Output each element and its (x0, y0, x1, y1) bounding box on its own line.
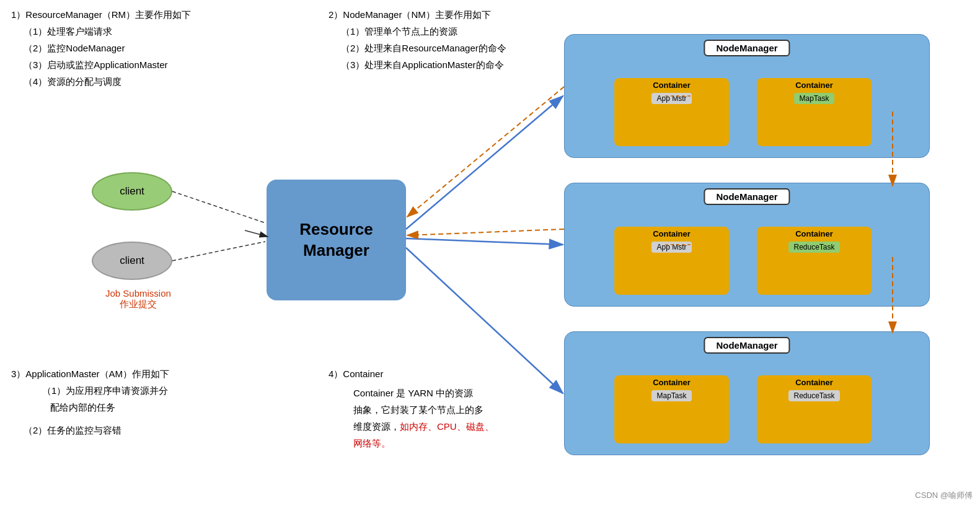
section2-title: 2）NodeManager（NM）主要作用如下 (329, 6, 595, 23)
client2-ellipse: client (92, 242, 172, 280)
section1-block: 1）ResourceManager（RM）主要作用如下 （1）处理客户端请求 （… (11, 6, 278, 90)
nm2-to-rm-orange (407, 229, 564, 235)
section1-item1: （1）处理客户端请求 (11, 23, 278, 40)
diagram-container: 1）ResourceManager（RM）主要作用如下 （1）处理客户端请求 （… (0, 0, 980, 506)
section1-item4: （4）资源的分配与调度 (11, 73, 278, 90)
nm1-to-rm-orange (407, 87, 564, 217)
section1-item2: （2）监控NodeManager (11, 40, 278, 56)
nm3-c2-inner: ReduceTask (788, 390, 839, 401)
nm3-c2-label: Container (795, 378, 833, 387)
rm-box: ResourceManager (267, 180, 406, 300)
section2-item2: （2）处理来自ResourceManager的命令 (329, 40, 595, 56)
nm3-container1: Container MapTask (614, 375, 729, 443)
rm-to-nm2-line (406, 238, 563, 245)
nm2-container2: Container ReduceTask (757, 227, 872, 295)
section1-item3: （3）启动或监控ApplicationMaster (11, 56, 278, 73)
nm1-container1: Container App Mstr (614, 78, 729, 146)
nm2-c1-label: Container (653, 229, 691, 238)
section2-item1: （1）管理单个节点上的资源 (329, 23, 595, 40)
nm3-container2: Container ReduceTask (757, 375, 872, 443)
nm3-c1-label: Container (653, 378, 691, 387)
section4-block: 4）Container Container 是 YARN 中的资源抽象，它封装了… (329, 365, 558, 451)
nm2-title: NodeManager (704, 188, 790, 205)
rm-label: ResourceManager (299, 219, 373, 261)
section3-item1: （1）为应用程序申请资源并分 配给内部的任务 (11, 382, 247, 416)
nm1-title: NodeManager (704, 40, 790, 56)
nm1-c2-inner: MapTask (794, 93, 834, 104)
nm2-container1: Container App Mstr (614, 227, 729, 295)
job-submission-text: Job Submission 作业提交 (105, 288, 171, 310)
nm2-box: NodeManager Container App Mstr Container… (564, 183, 930, 307)
nm1-c2-label: Container (795, 81, 833, 90)
section4-body: Container 是 YARN 中的资源抽象，它封装了某个节点上的多维度资源，… (329, 385, 558, 451)
client1-label: client (120, 185, 144, 198)
section2-item3: （3）处理来自ApplicationMaster的命令 (329, 56, 595, 73)
job-submission-line2: 作业提交 (105, 299, 171, 310)
nm1-container2: Container MapTask (757, 78, 872, 146)
client1-line (172, 191, 265, 223)
arrow-to-rm (245, 230, 268, 237)
watermark: CSDN @喻师傅 (915, 490, 973, 501)
section2-block: 2）NodeManager（NM）主要作用如下 （1）管理单个节点上的资源 （2… (329, 6, 595, 73)
nm1-c1-label: Container (653, 81, 691, 90)
nm3-c1-inner: MapTask (651, 390, 691, 401)
nm1-box: NodeManager Container App Mstr Container… (564, 34, 930, 158)
client1-ellipse: client (92, 172, 172, 211)
job-submission-line1: Job Submission (105, 288, 171, 299)
nm3-title: NodeManager (704, 337, 790, 354)
section4-title: 4）Container (329, 365, 558, 382)
nm2-c1-inner: App Mstr (651, 242, 691, 253)
section3-title: 3）ApplicationMaster（AM）作用如下 (11, 365, 247, 382)
client2-label: client (120, 255, 144, 267)
section3-item2: （2）任务的监控与容错 (11, 422, 247, 438)
nm2-c2-label: Container (795, 229, 833, 238)
client2-line (172, 242, 265, 261)
section3-block: 3）ApplicationMaster（AM）作用如下 （1）为应用程序申请资源… (11, 365, 247, 438)
rm-to-nm1-line (406, 96, 563, 229)
nm2-c2-inner: ReduceTask (788, 242, 839, 253)
nm1-c1-inner: App Mstr (651, 93, 691, 104)
nm3-box: NodeManager Container MapTask Container … (564, 331, 930, 455)
section1-title: 1）ResourceManager（RM）主要作用如下 (11, 6, 278, 23)
